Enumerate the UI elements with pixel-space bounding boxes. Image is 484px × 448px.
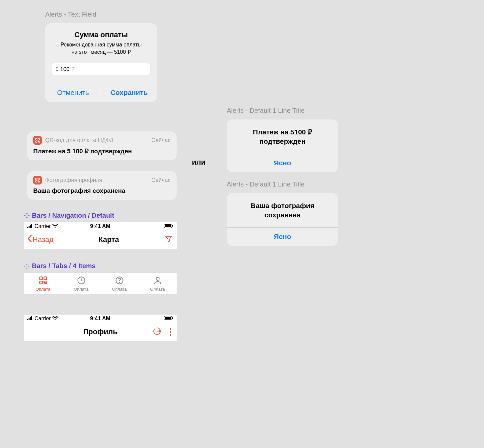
notification-time: Сейчас xyxy=(151,177,171,184)
battery-icon xyxy=(164,223,173,229)
component-icon xyxy=(24,213,30,219)
svg-rect-3 xyxy=(36,178,37,180)
cancel-button[interactable]: Отменить xyxy=(45,83,101,102)
svg-rect-29 xyxy=(29,318,30,320)
navigation-bar: Carrier 9:41 AM Назад Карта xyxy=(24,222,177,249)
more-vertical-icon xyxy=(170,328,171,336)
carrier-label: Carrier xyxy=(35,316,51,322)
svg-rect-12 xyxy=(30,225,31,228)
svg-rect-23 xyxy=(40,281,42,284)
status-time: 9:41 AM xyxy=(90,316,111,322)
logout-button[interactable] xyxy=(152,327,162,337)
svg-rect-6 xyxy=(26,213,28,214)
tab-label: Оплата xyxy=(74,287,89,292)
svg-rect-33 xyxy=(165,317,171,320)
qr-app-icon xyxy=(33,176,42,185)
ok-button[interactable]: Ясно xyxy=(274,159,291,167)
svg-rect-18 xyxy=(24,265,26,266)
qr-icon xyxy=(38,275,48,285)
ok-button[interactable]: Ясно xyxy=(274,233,291,241)
svg-rect-13 xyxy=(31,224,32,228)
svg-rect-30 xyxy=(30,317,31,320)
svg-rect-15 xyxy=(165,224,171,227)
svg-rect-31 xyxy=(31,316,32,320)
component-icon xyxy=(24,263,30,269)
notification-body: Платеж на 5 100 ₽ подтвержден xyxy=(33,147,171,155)
save-button[interactable]: Сохранить xyxy=(101,83,157,102)
amount-input[interactable] xyxy=(52,63,150,75)
alert-default-card: Ваша фотография сохранена Ясно xyxy=(227,193,338,246)
svg-point-26 xyxy=(119,282,120,282)
svg-rect-0 xyxy=(36,138,37,140)
status-left: Carrier xyxy=(27,223,58,229)
notification-app-name: QR-код для оплаты НДФЛ xyxy=(45,137,148,144)
svg-rect-16 xyxy=(172,225,173,227)
signal-icon xyxy=(27,223,33,229)
tab-profile[interactable]: Оплата xyxy=(138,275,177,292)
alert-textfield-card: Сумма оплаты Рекомендованная сумма оплат… xyxy=(45,23,157,102)
alert-subtitle: Рекомендованная сумма оплаты на этот мес… xyxy=(51,41,151,55)
tab-label: Оплата xyxy=(112,287,127,292)
section-label-alerts-default-1: Alerts - Default 1 Line Title xyxy=(227,107,305,114)
logout-icon xyxy=(152,331,162,337)
svg-point-27 xyxy=(156,277,159,280)
connector-or: или xyxy=(192,158,205,167)
filter-icon xyxy=(165,235,173,244)
svg-rect-2 xyxy=(36,141,37,142)
svg-rect-19 xyxy=(28,265,30,266)
svg-rect-28 xyxy=(27,319,28,320)
notification-app-name: Фотография профиля xyxy=(45,177,148,184)
section-label-alerts-textfield: Alerts - Text Field xyxy=(45,11,96,18)
tab-label: Оплата xyxy=(150,287,165,292)
profile-title: Профиль xyxy=(83,328,118,336)
qr-app-icon xyxy=(33,136,42,145)
svg-rect-9 xyxy=(26,217,28,218)
wifi-icon xyxy=(52,223,58,229)
notification-time: Сейчас xyxy=(151,137,171,144)
tab-help[interactable]: Оплата xyxy=(100,275,138,292)
svg-rect-1 xyxy=(38,138,40,140)
nav-title: Карта xyxy=(98,235,119,244)
svg-rect-4 xyxy=(38,178,40,180)
tab-label: Оплата xyxy=(36,287,50,292)
status-time: 9:41 AM xyxy=(90,223,111,229)
notification-card[interactable]: Фотография профиля Сейчас Ваша фотографи… xyxy=(27,171,177,200)
alert-title: Сумма оплаты xyxy=(51,31,151,39)
back-label: Назад xyxy=(33,235,53,244)
svg-rect-5 xyxy=(36,181,37,182)
svg-rect-8 xyxy=(28,215,30,216)
alert-default-title: Платеж на 5100 ₽ подтвержден xyxy=(233,127,332,146)
tab-bar: Оплата Оплата Оплата Оплата xyxy=(24,273,177,294)
notification-card[interactable]: QR-код для оплаты НДФЛ Сейчас Платеж на … xyxy=(27,131,177,160)
profile-navigation-bar: Carrier 9:41 AM Профиль xyxy=(24,315,177,341)
person-icon xyxy=(153,275,163,285)
svg-rect-34 xyxy=(172,317,173,319)
chevron-left-icon xyxy=(27,235,32,245)
back-button[interactable]: Назад xyxy=(27,235,53,245)
tab-history[interactable]: Оплата xyxy=(62,275,100,292)
clock-icon xyxy=(76,275,86,285)
section-label-alerts-default-2: Alerts - Default 1 Line Title xyxy=(227,181,305,188)
alert-default-card: Платеж на 5100 ₽ подтвержден Ясно xyxy=(227,119,338,172)
svg-rect-20 xyxy=(26,267,28,268)
svg-rect-7 xyxy=(24,215,26,216)
wifi-icon xyxy=(52,316,58,322)
battery-icon xyxy=(164,316,173,322)
alert-default-title: Ваша фотография сохранена xyxy=(233,201,332,220)
tab-payment[interactable]: Оплата xyxy=(24,275,62,292)
status-left: Carrier xyxy=(27,316,58,322)
svg-rect-21 xyxy=(40,277,42,280)
component-label-nav: Bars / Navigation / Default xyxy=(24,212,114,219)
filter-button[interactable] xyxy=(164,235,173,244)
svg-rect-22 xyxy=(44,277,46,280)
carrier-label: Carrier xyxy=(35,223,51,229)
svg-rect-17 xyxy=(26,263,28,264)
component-label-tabs: Bars / Tabs / 4 Items xyxy=(24,262,96,270)
svg-rect-11 xyxy=(29,226,30,228)
more-button[interactable] xyxy=(170,328,171,336)
notification-body: Ваша фотография сохранена xyxy=(33,187,171,194)
help-icon xyxy=(115,275,124,285)
svg-rect-10 xyxy=(27,227,28,228)
signal-icon xyxy=(27,316,33,322)
